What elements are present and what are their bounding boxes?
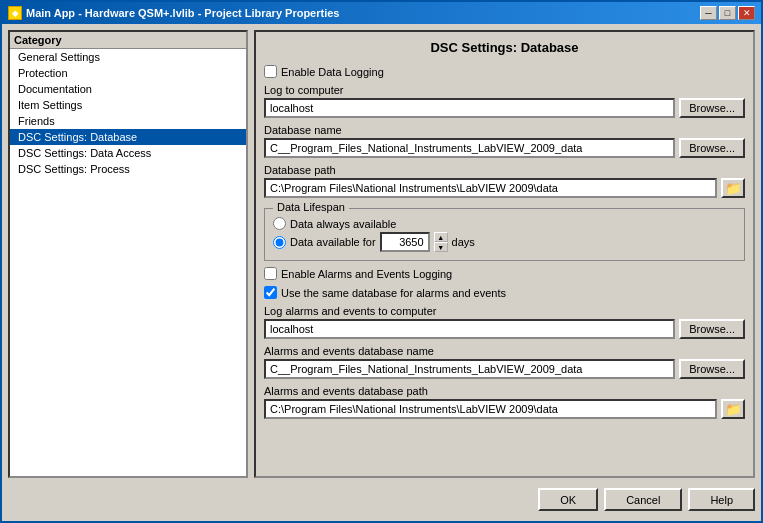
enable-alarms-row: Enable Alarms and Events Logging xyxy=(264,267,745,280)
title-bar-buttons: ─ □ ✕ xyxy=(700,6,755,20)
database-path-row: Database path 📁 xyxy=(264,164,745,198)
enable-data-logging-checkbox[interactable] xyxy=(264,65,277,78)
alarms-db-path-folder-button[interactable]: 📁 xyxy=(721,399,745,419)
category-list: General SettingsProtectionDocumentationI… xyxy=(10,49,246,476)
log-alarms-computer-input[interactable] xyxy=(264,319,675,339)
log-alarms-computer-browse-button[interactable]: Browse... xyxy=(679,319,745,339)
use-same-db-label: Use the same database for alarms and eve… xyxy=(281,287,506,299)
log-alarms-computer-label: Log alarms and events to computer xyxy=(264,305,745,317)
category-item-dsc-data-access[interactable]: DSC Settings: Data Access xyxy=(10,145,246,161)
enable-data-logging-row: Enable Data Logging xyxy=(264,65,745,78)
alarms-db-name-browse-button[interactable]: Browse... xyxy=(679,359,745,379)
category-item-documentation[interactable]: Documentation xyxy=(10,81,246,97)
category-header: Category xyxy=(10,32,246,49)
database-name-input-row: Browse... xyxy=(264,138,745,158)
log-computer-input-row: Browse... xyxy=(264,98,745,118)
database-name-row: Database name Browse... xyxy=(264,124,745,158)
data-always-available-label: Data always available xyxy=(290,218,396,230)
database-path-label: Database path xyxy=(264,164,745,176)
data-lifespan-title: Data Lifespan xyxy=(273,201,349,213)
days-label: days xyxy=(452,236,475,248)
window-title: Main App - Hardware QSM+.lvlib - Project… xyxy=(26,7,339,19)
title-bar: ◆ Main App - Hardware QSM+.lvlib - Proje… xyxy=(2,2,761,24)
window-body: Category General SettingsProtectionDocum… xyxy=(2,24,761,521)
folder-icon: 📁 xyxy=(725,181,742,196)
category-item-protection[interactable]: Protection xyxy=(10,65,246,81)
log-computer-input[interactable] xyxy=(264,98,675,118)
alarms-db-path-input[interactable] xyxy=(264,399,717,419)
category-item-general[interactable]: General Settings xyxy=(10,49,246,65)
enable-alarms-checkbox[interactable] xyxy=(264,267,277,280)
data-lifespan-group: Data Lifespan Data always available Data… xyxy=(264,208,745,261)
enable-data-logging-label: Enable Data Logging xyxy=(281,66,384,78)
database-name-browse-button[interactable]: Browse... xyxy=(679,138,745,158)
right-panel: DSC Settings: Database Enable Data Loggi… xyxy=(254,30,755,478)
cancel-button[interactable]: Cancel xyxy=(604,488,682,511)
data-available-for-radio[interactable] xyxy=(273,236,286,249)
log-alarms-computer-row: Log alarms and events to computer Browse… xyxy=(264,305,745,339)
close-button[interactable]: ✕ xyxy=(738,6,755,20)
app-icon: ◆ xyxy=(8,6,22,20)
category-list-container: General SettingsProtectionDocumentationI… xyxy=(10,49,246,476)
enable-alarms-label: Enable Alarms and Events Logging xyxy=(281,268,452,280)
days-spinner-up[interactable]: ▲ xyxy=(434,232,448,242)
alarms-db-name-input[interactable] xyxy=(264,359,675,379)
title-bar-left: ◆ Main App - Hardware QSM+.lvlib - Proje… xyxy=(8,6,339,20)
alarms-db-name-input-row: Browse... xyxy=(264,359,745,379)
database-path-input[interactable] xyxy=(264,178,717,198)
log-computer-browse-button[interactable]: Browse... xyxy=(679,98,745,118)
help-button[interactable]: Help xyxy=(688,488,755,511)
log-alarms-computer-input-row: Browse... xyxy=(264,319,745,339)
data-available-for-label: Data available for xyxy=(290,236,376,248)
alarms-db-path-row: Alarms and events database path 📁 xyxy=(264,385,745,419)
use-same-db-row: Use the same database for alarms and eve… xyxy=(264,286,745,299)
database-name-input[interactable] xyxy=(264,138,675,158)
folder-icon-2: 📁 xyxy=(725,402,742,417)
days-spinner-down[interactable]: ▼ xyxy=(434,242,448,252)
category-item-dsc-process[interactable]: DSC Settings: Process xyxy=(10,161,246,177)
use-same-db-checkbox[interactable] xyxy=(264,286,277,299)
database-path-folder-button[interactable]: 📁 xyxy=(721,178,745,198)
main-window: ◆ Main App - Hardware QSM+.lvlib - Proje… xyxy=(0,0,763,523)
log-computer-label: Log to computer xyxy=(264,84,745,96)
alarms-db-path-input-row: 📁 xyxy=(264,399,745,419)
left-panel: Category General SettingsProtectionDocum… xyxy=(8,30,248,478)
ok-button[interactable]: OK xyxy=(538,488,598,511)
minimize-button[interactable]: ─ xyxy=(700,6,717,20)
category-item-item-settings[interactable]: Item Settings xyxy=(10,97,246,113)
category-item-friends[interactable]: Friends xyxy=(10,113,246,129)
maximize-button[interactable]: □ xyxy=(719,6,736,20)
data-always-available-row: Data always available xyxy=(273,217,736,230)
days-spinner-arrows: ▲ ▼ xyxy=(434,232,448,252)
main-content: Category General SettingsProtectionDocum… xyxy=(8,30,755,478)
bottom-bar: OK Cancel Help xyxy=(8,484,755,515)
days-spinner-group: ▲ ▼ xyxy=(380,232,448,252)
log-computer-row: Log to computer Browse... xyxy=(264,84,745,118)
category-item-dsc-database[interactable]: DSC Settings: Database xyxy=(10,129,246,145)
database-name-label: Database name xyxy=(264,124,745,136)
days-input[interactable] xyxy=(380,232,430,252)
data-available-for-row: Data available for ▲ ▼ days xyxy=(273,232,736,252)
data-always-available-radio[interactable] xyxy=(273,217,286,230)
alarms-db-name-label: Alarms and events database name xyxy=(264,345,745,357)
database-path-input-row: 📁 xyxy=(264,178,745,198)
alarms-db-path-label: Alarms and events database path xyxy=(264,385,745,397)
alarms-db-name-row: Alarms and events database name Browse..… xyxy=(264,345,745,379)
section-title: DSC Settings: Database xyxy=(264,40,745,55)
